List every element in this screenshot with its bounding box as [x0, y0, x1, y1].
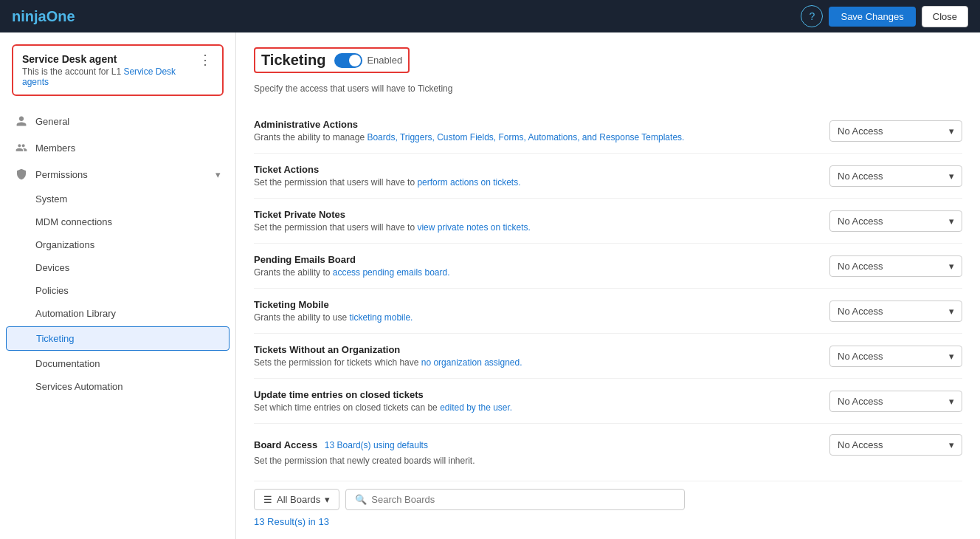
perm-link-update-time[interactable]: edited by the user.: [440, 402, 512, 413]
perm-select-pending-emails[interactable]: No Access ▾: [829, 255, 962, 277]
perm-row-no-org: Tickets Without an Organization Sets the…: [254, 334, 962, 379]
role-name: Service Desk agent: [22, 53, 197, 65]
all-boards-filter[interactable]: ☰ All Boards ▾: [254, 489, 339, 510]
logo-ninja: ninja: [12, 8, 46, 24]
perm-select-ticket-actions[interactable]: No Access ▾: [829, 165, 962, 187]
chevron-down-icon: ▾: [949, 261, 954, 272]
perm-link-no-org[interactable]: no organization assigned.: [421, 357, 522, 368]
board-filters: ☰ All Boards ▾ 🔍: [254, 489, 962, 510]
sidebar-item-general[interactable]: General: [0, 108, 235, 134]
perm-row-pending-emails: Pending Emails Board Grants the ability …: [254, 244, 962, 289]
help-button[interactable]: ?: [801, 5, 823, 27]
perm-row-update-time: Update time entries on closed tickets Se…: [254, 379, 962, 424]
perm-link-admin[interactable]: Boards, Triggers, Custom Fields, Forms, …: [367, 132, 684, 143]
sidebar-item-members[interactable]: Members: [0, 134, 235, 161]
perm-select-board-access[interactable]: No Access ▾: [829, 434, 962, 456]
perm-select-admin[interactable]: No Access ▾: [829, 120, 962, 142]
chevron-down-icon: ▾: [949, 439, 954, 450]
perm-row-ticketing-mobile: Ticketing Mobile Grants the ability to u…: [254, 289, 962, 334]
chevron-down-icon: ▾: [325, 494, 330, 505]
chevron-down-icon: ▾: [215, 169, 221, 180]
perm-title-private-notes: Ticket Private Notes: [254, 209, 756, 220]
perm-link-ticket-actions[interactable]: perform actions on tickets.: [417, 177, 520, 188]
chevron-down-icon: ▾: [949, 171, 954, 182]
save-button[interactable]: Save Changes: [829, 7, 915, 27]
sidebar-subitem-policies[interactable]: Policies: [0, 279, 235, 302]
sidebar-subitem-mdm[interactable]: MDM connections: [0, 210, 235, 233]
boards-results-count: 13 Result(s) in 13: [254, 516, 962, 527]
sidebar-subitem-organizations[interactable]: Organizations: [0, 233, 235, 256]
sidebar-label-members: Members: [35, 143, 75, 154]
main-layout: Service Desk agent This is the account f…: [0, 32, 980, 539]
board-access-title: Board Access: [254, 439, 317, 450]
perm-row-private-notes: Ticket Private Notes Set the permission …: [254, 199, 962, 244]
sidebar: Service Desk agent This is the account f…: [0, 32, 236, 539]
boards-search-input[interactable]: [371, 494, 675, 505]
toggle-label: Enabled: [367, 55, 402, 66]
sidebar-subitem-devices[interactable]: Devices: [0, 256, 235, 279]
chevron-down-icon: ▾: [949, 351, 954, 362]
header-actions: ? Save Changes Close: [801, 5, 968, 27]
close-button[interactable]: Close: [922, 6, 968, 27]
perm-title-ticketing-mobile: Ticketing Mobile: [254, 299, 756, 310]
group-icon: [15, 141, 28, 154]
perm-desc-private-notes: Set the permission that users will have …: [254, 222, 756, 233]
perm-desc-update-time: Set which time entries on closed tickets…: [254, 402, 756, 413]
perm-select-ticketing-mobile[interactable]: No Access ▾: [829, 301, 962, 322]
perm-link-ticketing-mobile[interactable]: ticketing mobile.: [349, 312, 413, 323]
perm-desc-ticketing-mobile: Grants the ability to use ticketing mobi…: [254, 312, 756, 323]
perm-title-pending-emails: Pending Emails Board: [254, 254, 756, 265]
section-title: Ticketing: [261, 52, 325, 69]
role-menu-button[interactable]: ⋮: [197, 53, 213, 66]
perm-desc-ticket-actions: Set the permission that users will have …: [254, 177, 756, 188]
chevron-down-icon: ▾: [949, 126, 954, 137]
perm-select-update-time[interactable]: No Access ▾: [829, 391, 962, 412]
app-logo: ninjaOne: [12, 8, 75, 25]
perm-desc-pending-emails: Grants the ability to access pending ema…: [254, 267, 756, 278]
person-icon: [15, 114, 28, 128]
search-icon: 🔍: [355, 494, 367, 505]
filter-label: All Boards: [277, 494, 320, 505]
role-card: Service Desk agent This is the account f…: [12, 44, 224, 96]
perm-select-no-org[interactable]: No Access ▾: [829, 346, 962, 367]
toggle-container: Enabled: [334, 53, 402, 68]
sidebar-subitem-services[interactable]: Services Automation: [0, 375, 235, 398]
perm-row-ticket-actions: Ticket Actions Set the permission that u…: [254, 154, 962, 199]
sidebar-label-general: General: [35, 116, 69, 127]
sidebar-subitem-ticketing[interactable]: Ticketing: [6, 326, 230, 351]
perm-title-update-time: Update time entries on closed tickets: [254, 389, 756, 400]
board-access-desc: Set the permission that newly created bo…: [254, 456, 962, 466]
sidebar-label-permissions: Permissions: [35, 169, 88, 180]
ticketing-toggle[interactable]: [334, 53, 362, 68]
shield-icon: [15, 168, 28, 181]
boards-search-box: 🔍: [345, 489, 685, 510]
board-access-count: 13 Board(s) using defaults: [325, 440, 428, 450]
sidebar-subitem-documentation[interactable]: Documentation: [0, 352, 235, 375]
perm-desc-no-org: Sets the permission for tickets which ha…: [254, 357, 756, 368]
filter-icon: ☰: [263, 494, 272, 505]
perm-link-pending-emails[interactable]: access pending emails board.: [333, 267, 450, 278]
sidebar-item-permissions[interactable]: Permissions ▾: [0, 161, 235, 188]
app-header: ninjaOne ? Save Changes Close: [0, 0, 980, 32]
perm-title-no-org: Tickets Without an Organization: [254, 344, 756, 355]
chevron-down-icon: ▾: [949, 396, 954, 407]
logo-one: One: [46, 8, 75, 24]
chevron-down-icon: ▾: [949, 306, 954, 317]
role-description: This is the account for L1 Service Desk …: [22, 66, 197, 87]
sidebar-subitem-system[interactable]: System: [0, 188, 235, 210]
section-subtitle: Specify the access that users will have …: [254, 83, 962, 94]
sidebar-subitem-automation[interactable]: Automation Library: [0, 302, 235, 325]
perm-desc-admin: Grants the ability to manage Boards, Tri…: [254, 132, 756, 143]
perm-link-private-notes[interactable]: view private notes on tickets.: [417, 222, 530, 233]
ticketing-section-header: Ticketing Enabled: [254, 47, 410, 73]
main-content: Ticketing Enabled Specify the access tha…: [236, 32, 980, 539]
chevron-down-icon: ▾: [949, 216, 954, 227]
perm-title-admin: Administrative Actions: [254, 119, 756, 130]
perm-select-private-notes[interactable]: No Access ▾: [829, 210, 962, 232]
perm-row-admin-actions: Administrative Actions Grants the abilit…: [254, 109, 962, 154]
perm-title-ticket-actions: Ticket Actions: [254, 164, 756, 175]
